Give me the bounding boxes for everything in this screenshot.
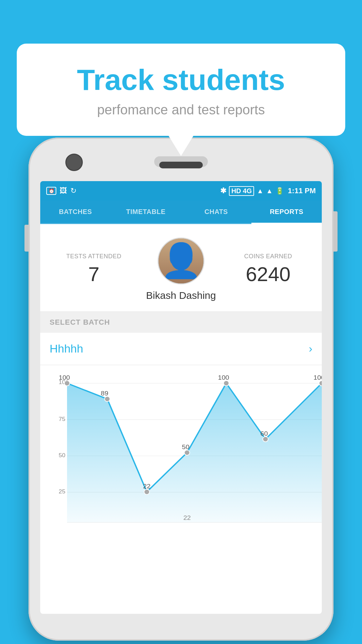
profile-section: TESTS ATTENDED 7 Bikash Dashing COINS EA… [40, 224, 322, 312]
nav-tabs: BATCHES TIMETABLE CHATS REPORTS [40, 201, 322, 224]
bluetooth-icon: ✱ [220, 186, 226, 195]
svg-text:75: 75 [59, 416, 65, 422]
avatar [158, 237, 204, 284]
svg-text:22: 22 [143, 482, 150, 490]
svg-text:100: 100 [313, 374, 322, 381]
coins-earned-block: COINS EARNED 6240 [225, 253, 312, 286]
svg-text:100: 100 [59, 374, 70, 381]
select-batch-label: SELECT BATCH [50, 318, 312, 327]
select-batch-header: SELECT BATCH [40, 312, 322, 333]
phone-earpiece [159, 162, 203, 168]
speech-bubble: Track students perfomance and test repor… [17, 44, 345, 136]
svg-text:22: 22 [183, 514, 191, 521]
coins-earned-value: 6240 [225, 263, 312, 286]
phone-screen: ⏰ 🖼 ↻ ✱ HD 4G ▲ ▲ 🔋 1:11 PM BATCHES TIME… [40, 181, 322, 614]
signal-icon-2: ▲ [266, 187, 273, 195]
signal-icon-1: ▲ [257, 187, 263, 195]
chevron-right-icon: › [309, 342, 312, 355]
battery-icon: 🔋 [276, 187, 284, 195]
chart-point-4 [224, 381, 229, 386]
svg-text:25: 25 [59, 488, 65, 495]
speech-bubble-container: Track students perfomance and test repor… [17, 44, 345, 136]
batch-row[interactable]: Hhhhh › [40, 333, 322, 365]
performance-chart: 100 75 50 25 [40, 372, 322, 526]
chart-point-1 [105, 396, 110, 401]
chart-point-6 [319, 381, 322, 386]
bubble-subtitle: perfomance and test reports [40, 102, 322, 117]
svg-text:100: 100 [218, 374, 229, 381]
chart-fill [67, 383, 322, 523]
phone-frame: ⏰ 🖼 ↻ ✱ HD 4G ▲ ▲ 🔋 1:11 PM BATCHES TIME… [28, 138, 334, 641]
tests-attended-block: TESTS ATTENDED 7 [50, 253, 137, 286]
batch-name: Hhhhh [50, 342, 83, 355]
tab-reports[interactable]: REPORTS [251, 201, 322, 223]
tests-attended-label: TESTS ATTENDED [50, 253, 137, 260]
sync-icon: ↻ [70, 186, 76, 195]
chart-point-2 [144, 489, 149, 494]
chart-point-0 [64, 381, 70, 386]
status-icons-right: ✱ HD 4G ▲ ▲ 🔋 1:11 PM [220, 186, 316, 196]
phone-button-right [334, 211, 338, 252]
coins-earned-label: COINS EARNED [225, 253, 312, 260]
alarm-icon: ⏰ [46, 187, 56, 195]
chart-point-3 [184, 450, 190, 455]
status-bar: ⏰ 🖼 ↻ ✱ HD 4G ▲ ▲ 🔋 1:11 PM [40, 181, 322, 201]
bubble-title: Track students [40, 64, 322, 96]
avatar-face [159, 237, 203, 284]
tab-timetable[interactable]: TIMETABLE [111, 201, 181, 223]
avatar-block: Bikash Dashing [137, 237, 225, 301]
network-label: HD 4G [229, 186, 254, 196]
user-name: Bikash Dashing [146, 290, 216, 301]
svg-text:50: 50 [182, 443, 189, 450]
svg-text:89: 89 [101, 389, 108, 397]
tab-batches[interactable]: BATCHES [40, 201, 111, 223]
svg-text:50: 50 [59, 452, 65, 459]
status-icons-left: ⏰ 🖼 ↻ [46, 186, 76, 195]
chart-area: 100 75 50 25 [40, 365, 322, 526]
svg-text:60: 60 [260, 430, 268, 437]
status-time: 1:11 PM [288, 186, 316, 195]
phone-button-left [24, 225, 28, 252]
chart-point-5 [263, 437, 268, 442]
tests-attended-value: 7 [50, 263, 137, 286]
phone-camera [65, 154, 83, 171]
image-icon: 🖼 [60, 186, 67, 195]
tab-chats[interactable]: CHATS [181, 201, 251, 223]
